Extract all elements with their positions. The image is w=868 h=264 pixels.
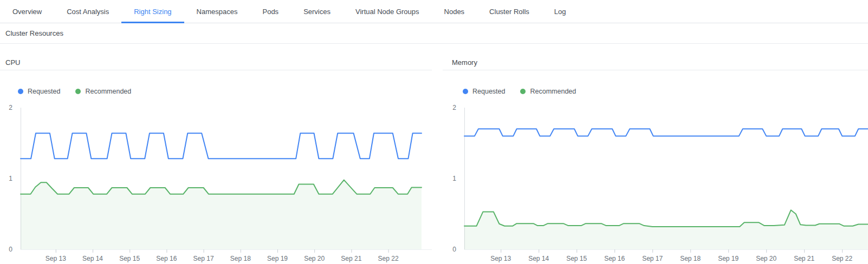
x-tick-label: Sep 18 (230, 255, 251, 262)
x-tick-label: Sep 21 (341, 255, 361, 262)
tab-right-sizing[interactable]: Right Sizing (121, 0, 184, 23)
x-tick-label: Sep 18 (680, 255, 701, 262)
tab-cluster-rolls[interactable]: Cluster Rolls (477, 0, 542, 23)
memory-legend-item-recommended[interactable]: Recommended (520, 88, 576, 95)
x-tick-label: Sep 22 (378, 255, 399, 262)
x-tick-label: Sep 17 (193, 255, 214, 262)
x-tick-label: Sep 20 (756, 255, 776, 262)
y-tick-label: 0 (9, 246, 12, 253)
tab-bar: Overview Cost Analysis Right Sizing Name… (0, 0, 868, 23)
x-tick-label: Sep 15 (566, 255, 587, 262)
tab-cost-analysis[interactable]: Cost Analysis (54, 0, 121, 23)
section-title: Cluster Resources (5, 29, 63, 37)
cpu-legend-label-requested: Requested (28, 88, 60, 95)
x-tick-label: Sep 13 (490, 255, 511, 262)
cpu-legend-item-requested[interactable]: Requested (18, 88, 60, 95)
memory-legend: Requested Recommended (463, 88, 868, 95)
cpu-panel: CPU Requested Recommended 012Sep 13Sep 1… (0, 44, 432, 264)
recommended-dot-icon (75, 89, 81, 94)
x-tick-label: Sep 14 (528, 255, 549, 262)
x-tick-label: Sep 20 (304, 255, 325, 262)
recommended-area (464, 210, 868, 249)
memory-chart-svg: 012Sep 13Sep 14Sep 15Sep 16Sep 17Sep 18S… (443, 103, 868, 264)
memory-panel: Memory Requested Recommended 012Sep 13Se… (443, 44, 868, 264)
x-tick-label: Sep 21 (794, 255, 814, 262)
cpu-legend-item-recommended[interactable]: Recommended (75, 88, 131, 95)
x-tick-label: Sep 15 (119, 255, 140, 262)
requested-dot-icon (18, 89, 23, 94)
y-tick-label: 1 (9, 175, 12, 182)
x-tick-label: Sep 16 (604, 255, 625, 262)
tab-nodes[interactable]: Nodes (432, 0, 477, 23)
x-tick-label: Sep 13 (46, 255, 66, 262)
y-tick-label: 2 (9, 104, 12, 111)
memory-chart[interactable]: 012Sep 13Sep 14Sep 15Sep 16Sep 17Sep 18S… (443, 103, 868, 264)
cpu-chart[interactable]: 012Sep 13Sep 14Sep 15Sep 16Sep 17Sep 18S… (0, 103, 432, 264)
tab-services[interactable]: Services (291, 0, 343, 23)
recommended-dot-icon (520, 89, 526, 94)
tab-overview[interactable]: Overview (0, 0, 54, 23)
y-tick-label: 1 (452, 175, 456, 182)
tab-namespaces[interactable]: Namespaces (184, 0, 250, 23)
x-tick-label: Sep 16 (156, 255, 177, 262)
cpu-chart-title: CPU (0, 58, 432, 70)
tab-pods[interactable]: Pods (250, 0, 291, 23)
x-tick-label: Sep 22 (832, 255, 852, 262)
section-header: Cluster Resources (0, 23, 868, 44)
tab-virtual-node-groups[interactable]: Virtual Node Groups (343, 0, 432, 23)
memory-legend-item-requested[interactable]: Requested (463, 88, 505, 95)
requested-line (21, 133, 422, 159)
requested-dot-icon (463, 89, 468, 94)
x-tick-label: Sep 14 (82, 255, 103, 262)
memory-legend-label-recommended: Recommended (530, 88, 576, 95)
cpu-legend: Requested Recommended (18, 88, 432, 95)
y-tick-label: 2 (452, 104, 456, 111)
x-tick-label: Sep 19 (718, 255, 739, 262)
memory-legend-label-requested: Requested (472, 88, 505, 95)
tab-log[interactable]: Log (542, 0, 579, 23)
y-tick-label: 0 (452, 246, 456, 253)
requested-line (464, 129, 868, 136)
cluster-resources-charts: CPU Requested Recommended 012Sep 13Sep 1… (0, 44, 868, 264)
memory-chart-title: Memory (443, 58, 868, 70)
x-tick-label: Sep 19 (267, 255, 288, 262)
cpu-legend-label-recommended: Recommended (85, 88, 131, 95)
x-tick-label: Sep 17 (642, 255, 663, 262)
recommended-area (21, 180, 422, 249)
cpu-chart-svg: 012Sep 13Sep 14Sep 15Sep 16Sep 17Sep 18S… (0, 103, 432, 264)
